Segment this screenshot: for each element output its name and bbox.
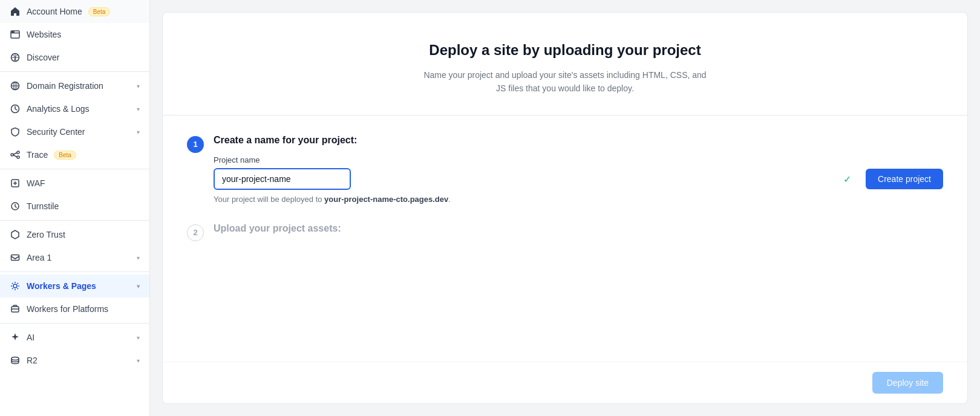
divider — [0, 323, 149, 323]
chevron-down-icon: ▾ — [137, 106, 140, 112]
chevron-down-icon: ▾ — [137, 129, 140, 135]
svg-point-15 — [13, 284, 17, 288]
create-project-button[interactable]: Create project — [866, 169, 943, 189]
input-wrapper: ✓ — [214, 168, 858, 190]
divider — [0, 71, 149, 72]
sidebar-item-area1[interactable]: Area 1 ▾ — [0, 246, 149, 269]
sidebar-item-workers-pages[interactable]: Workers & Pages ▾ — [0, 275, 149, 297]
sidebar-item-label: Zero Trust — [27, 230, 65, 239]
ai-icon — [10, 332, 21, 343]
project-name-label: Project name — [214, 155, 943, 164]
sidebar-item-workers-for-platforms[interactable]: Workers for Platforms — [0, 297, 149, 320]
divider — [0, 220, 149, 221]
sidebar-item-turnstile[interactable]: Turnstile — [0, 195, 149, 218]
svg-point-10 — [17, 156, 19, 158]
page-title: Deploy a site by uploading your project — [187, 42, 943, 59]
sidebar-item-domain-registration[interactable]: Domain Registration ▾ — [0, 74, 149, 97]
main-content: Deploy a site by uploading your project … — [150, 0, 980, 416]
security-icon — [10, 126, 21, 137]
chevron-down-icon: ▾ — [137, 357, 140, 364]
sidebar-item-label: Discover — [27, 53, 59, 62]
sidebar-item-label: Workers & Pages — [27, 281, 96, 291]
zero-trust-icon — [10, 229, 21, 240]
discover-icon — [10, 52, 21, 63]
sidebar-item-label: Account Home — [27, 7, 82, 16]
deploy-card: Deploy a site by uploading your project … — [162, 12, 968, 404]
workers-icon — [10, 281, 21, 291]
home-icon — [10, 6, 21, 17]
step-2-content: Upload your project assets: — [214, 223, 943, 244]
chevron-down-icon: ▾ — [137, 255, 140, 261]
sidebar-item-trace[interactable]: Trace Beta — [0, 143, 149, 166]
svg-point-17 — [11, 357, 19, 360]
websites-icon — [10, 29, 21, 40]
sidebar-item-zero-trust[interactable]: Zero Trust — [0, 223, 149, 246]
sidebar: Account Home Beta Websites Discover — [0, 0, 150, 416]
step-1-number: 1 — [187, 136, 204, 153]
card-footer: Deploy site — [163, 362, 967, 403]
sidebar-item-discover[interactable]: Discover — [0, 46, 149, 69]
project-name-input[interactable] — [214, 168, 351, 190]
svg-point-3 — [13, 31, 14, 32]
chevron-down-icon: ▾ — [137, 283, 140, 290]
sidebar-item-label: Trace — [27, 150, 48, 160]
svg-line-12 — [13, 155, 17, 157]
sidebar-item-account-home[interactable]: Account Home Beta — [0, 0, 149, 23]
deploy-hint: Your project will be deployed to your-pr… — [214, 195, 943, 204]
step-2: 2 Upload your project assets: — [187, 223, 943, 244]
sidebar-item-label: Turnstile — [27, 201, 59, 211]
sidebar-item-label: Area 1 — [27, 253, 51, 262]
sidebar-item-label: Workers for Platforms — [27, 304, 108, 314]
sidebar-item-label: WAF — [27, 178, 45, 188]
sidebar-item-label: AI — [27, 333, 34, 342]
input-row: ✓ Create project — [214, 168, 943, 190]
divider — [0, 169, 149, 169]
r2-icon — [10, 355, 21, 366]
svg-point-2 — [12, 31, 13, 32]
page-description: Name your project and upload your site's… — [187, 68, 943, 96]
area1-icon — [10, 252, 21, 263]
waf-icon — [10, 178, 21, 189]
trace-icon — [10, 149, 21, 160]
sidebar-item-label: Security Center — [27, 127, 85, 137]
divider — [0, 271, 149, 272]
chevron-down-icon: ▾ — [137, 83, 140, 89]
card-body: 1 Create a name for your project: Projec… — [163, 115, 967, 362]
beta-badge: Beta — [54, 151, 76, 160]
sidebar-item-label: R2 — [27, 356, 38, 365]
step-2-title: Upload your project assets: — [214, 223, 943, 234]
card-header: Deploy a site by uploading your project … — [163, 13, 967, 115]
check-icon: ✓ — [843, 173, 851, 184]
sidebar-item-websites[interactable]: Websites — [0, 23, 149, 46]
analytics-icon — [10, 103, 21, 114]
sidebar-item-label: Domain Registration — [27, 81, 103, 91]
deploy-site-button[interactable]: Deploy site — [872, 372, 943, 394]
svg-point-9 — [17, 151, 19, 154]
sidebar-item-label: Analytics & Logs — [27, 104, 90, 114]
svg-line-11 — [13, 153, 17, 155]
step-1-title: Create a name for your project: — [214, 135, 943, 146]
sidebar-item-security-center[interactable]: Security Center ▾ — [0, 120, 149, 143]
sidebar-item-analytics-logs[interactable]: Analytics & Logs ▾ — [0, 97, 149, 120]
domain-icon — [10, 80, 21, 91]
sidebar-item-r2[interactable]: R2 ▾ — [0, 349, 149, 372]
sidebar-item-waf[interactable]: WAF — [0, 172, 149, 195]
svg-point-8 — [11, 154, 13, 156]
step-1: 1 Create a name for your project: Projec… — [187, 135, 943, 204]
turnstile-icon — [10, 201, 21, 212]
sidebar-item-label: Websites — [27, 30, 61, 39]
beta-badge: Beta — [88, 7, 111, 16]
chevron-down-icon: ▾ — [137, 334, 140, 341]
step-2-number: 2 — [187, 224, 204, 241]
step-1-content: Create a name for your project: Project … — [214, 135, 943, 204]
workers-for-platforms-icon — [10, 304, 21, 314]
sidebar-item-ai[interactable]: AI ▾ — [0, 326, 149, 349]
